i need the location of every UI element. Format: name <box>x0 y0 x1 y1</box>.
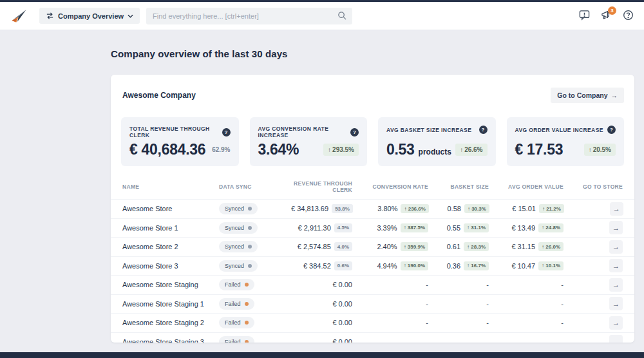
table-row: Awesome Store 2Synced€ 2,574.854.0%2.40%… <box>111 237 634 256</box>
revenue-cell: € 2,574.854.0% <box>291 242 352 251</box>
kpi-change-badge: ↑26.6% <box>455 144 487 156</box>
basket-size-change-badge: ↑ 16.7% <box>464 261 489 270</box>
kpi-card-order-value: AVG ORDER VALUE INCREASE ? € 17.53 ↑20.5… <box>507 117 625 166</box>
avg-order-value-cell: € 13.49↑ 24.8% <box>489 223 564 232</box>
arrow-right-icon: → <box>611 91 618 99</box>
avg-order-value-cell: - <box>489 338 564 343</box>
go-to-store-cell: → <box>609 297 623 310</box>
help-icon[interactable]: ? <box>222 128 231 137</box>
sync-status-cell: Synced <box>219 203 291 214</box>
go-to-store-button[interactable]: → <box>609 316 623 330</box>
conversion-rate-change-badge: ↑ 387.5% <box>401 223 428 232</box>
revenue-share-badge: 4.5% <box>334 223 352 232</box>
bottom-window-bar <box>0 352 644 358</box>
table-row: Awesome Store Staging 2Failed€ 0.00---→ <box>111 313 634 332</box>
basket-size-cell: 0.55↑ 31.1% <box>428 223 489 232</box>
arrow-right-icon: → <box>612 319 620 326</box>
kpi-card-total-revenue: TOTAL REVENUE THROUGH CLERK ? € 40,684.3… <box>121 117 239 166</box>
up-arrow-icon: ↑ <box>328 146 331 153</box>
basket-size-cell: 0.58↑ 30.3% <box>429 204 489 213</box>
kpi-change-badge: ↑293.5% <box>323 144 359 156</box>
go-to-store-cell: → <box>609 278 623 292</box>
column-header-data-sync: DATA SYNC <box>219 184 291 190</box>
sync-status-dot-icon <box>245 283 249 287</box>
go-to-store-button[interactable]: → <box>609 259 623 272</box>
revenue-cell: € 384.520.6% <box>291 261 352 270</box>
chevron-down-icon <box>128 14 133 18</box>
avg-order-value-change-badge: ↑ 21.2% <box>539 204 564 213</box>
up-arrow-icon: ↑ <box>460 146 463 153</box>
sync-status-dot-icon <box>248 264 252 268</box>
store-name: Awesome Store Staging 2 <box>122 319 219 326</box>
store-name: Awesome Store <box>122 205 219 212</box>
conversion-rate-cell: - <box>352 300 428 308</box>
sync-status-cell: Failed <box>219 279 291 290</box>
go-to-store-button[interactable]: → <box>609 297 623 310</box>
arrow-right-icon: → <box>612 243 620 250</box>
sync-status-dot-icon <box>245 340 249 343</box>
conversion-rate-cell: 4.94%↑ 190.0% <box>352 261 428 270</box>
announcements-button[interactable]: 3 <box>600 10 612 23</box>
go-to-store-cell: → <box>609 316 623 330</box>
table-row: Awesome StoreSynced€ 34,813.6953.8%3.80%… <box>111 199 634 218</box>
go-to-store-cell: → <box>610 202 623 216</box>
sync-status-dot-icon <box>248 245 252 249</box>
clerk-logo[interactable] <box>10 7 28 24</box>
go-to-store-button[interactable]: → <box>609 221 623 234</box>
arrow-right-icon: → <box>612 300 620 308</box>
help-icon[interactable]: ? <box>350 128 359 137</box>
sync-status-cell: Failed <box>219 317 291 328</box>
go-to-store-button[interactable]: → <box>609 240 623 254</box>
store-table-header: NAME DATA SYNC REVENUE THROUGH CLERK CON… <box>111 180 634 199</box>
basket-size-cell: - <box>428 338 489 343</box>
store-name: Awesome Store 1 <box>122 224 219 232</box>
go-to-store-button[interactable]: → <box>610 202 623 216</box>
go-to-company-button[interactable]: Go to Company → <box>551 88 624 103</box>
revenue-share-badge: 53.8% <box>332 204 353 213</box>
revenue-cell: € 0.00 <box>291 300 352 308</box>
search-input[interactable] <box>146 8 352 24</box>
sync-status-dot-icon <box>245 321 249 325</box>
company-name: Awesome Company <box>122 91 196 100</box>
store-name: Awesome Store 3 <box>122 262 219 270</box>
conversion-rate-change-badge: ↑ 359.9% <box>401 242 428 251</box>
global-search <box>146 8 352 24</box>
search-icon[interactable] <box>337 11 347 23</box>
column-header-basket: BASKET SIZE <box>428 184 489 190</box>
scope-switch-icon <box>46 12 54 20</box>
kpi-value: € 40,684.36 <box>129 141 205 158</box>
go-to-store-button[interactable]: → <box>609 278 623 292</box>
arrow-right-icon: → <box>613 205 620 212</box>
notification-count-badge: 3 <box>608 6 616 15</box>
sync-status-badge: Failed <box>219 336 254 343</box>
go-to-store-button[interactable]: → <box>609 335 623 343</box>
basket-size-change-badge: ↑ 30.3% <box>464 204 489 213</box>
arrow-right-icon: → <box>612 281 620 288</box>
help-icon[interactable]: ? <box>479 126 488 134</box>
kpi-unit: products <box>419 147 451 156</box>
go-to-store-cell: → <box>609 221 623 234</box>
avg-order-value-change-badge: ↑ 26.0% <box>538 242 564 251</box>
go-to-store-cell: → <box>609 259 623 272</box>
sync-status-badge: Synced <box>219 260 258 272</box>
conversion-rate-cell: - <box>352 338 428 343</box>
sync-status-cell: Synced <box>219 241 291 252</box>
avg-order-value-cell: - <box>489 281 564 288</box>
help-icon[interactable]: ? <box>607 126 616 134</box>
help-button[interactable] <box>623 10 634 23</box>
revenue-cell: € 34,813.6953.8% <box>291 204 353 213</box>
company-scope-selector[interactable]: Company Overview <box>39 8 140 24</box>
sync-status-cell: Synced <box>219 260 291 272</box>
sync-status-badge: Synced <box>219 241 258 252</box>
feedback-button[interactable] <box>579 10 590 23</box>
scope-selector-label: Company Overview <box>58 12 124 20</box>
top-navbar: Company Overview <box>0 2 644 30</box>
go-to-store-cell: → <box>609 240 623 254</box>
sync-status-badge: Failed <box>219 279 254 290</box>
column-header-name: NAME <box>122 184 219 190</box>
revenue-share-badge: 0.6% <box>334 261 352 270</box>
kpi-card-basket-size: AVG BASKET SIZE INCREASE ? 0.53 products… <box>378 117 496 166</box>
kpi-label: AVG ORDER VALUE INCREASE <box>515 127 603 133</box>
conversion-rate-cell: - <box>352 319 428 326</box>
basket-size-cell: - <box>428 300 489 308</box>
